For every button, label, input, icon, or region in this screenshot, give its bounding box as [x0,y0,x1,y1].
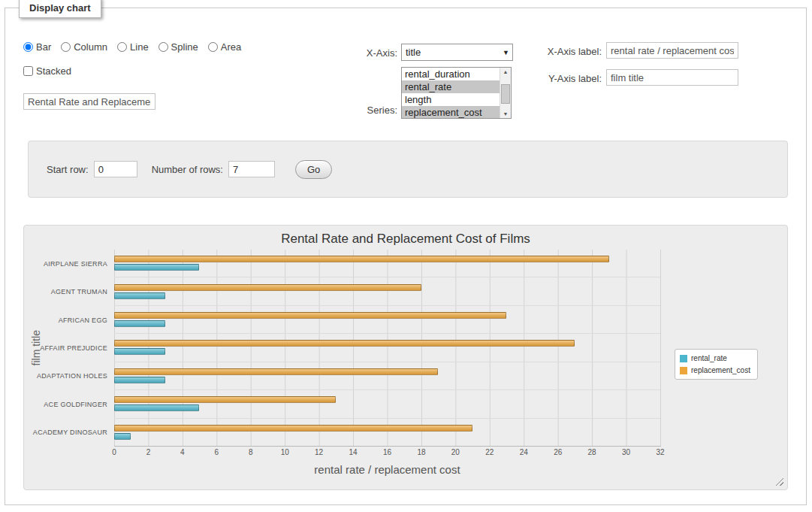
chart-type-bar-radio[interactable] [23,42,33,52]
series-option[interactable]: rental_rate [402,80,500,93]
category-label: ACADEMY DINOSAUR [24,419,114,447]
chart-type-line-label: Line [130,41,149,53]
bar-rental_rate[interactable] [114,264,199,271]
bar-replacement_cost[interactable] [114,312,506,319]
series-option[interactable]: replacement_cost [402,106,500,118]
bar-group [114,418,660,446]
category-label: ADAPTATION HOLES [24,362,114,390]
resize-handle-icon[interactable] [775,477,783,486]
x-axis-select[interactable]: title ▼ [401,44,513,61]
series-option[interactable]: rental_duration [402,68,500,80]
legend-label: rental_rate [691,354,727,362]
bar-group [114,305,660,333]
chart-type-group: Bar Column Line Spline Area [23,41,241,53]
bar-replacement_cost[interactable] [114,425,472,432]
legend-swatch [680,367,687,374]
chart-panel: Rental Rate and Replacement Cost of Film… [23,225,788,490]
series-listbox[interactable]: rental_durationrental_ratelengthreplacem… [401,67,512,119]
chart-type-spline[interactable]: Spline [158,41,198,53]
chart-type-column[interactable]: Column [61,41,107,53]
bar-rental_rate[interactable] [114,320,165,327]
chart-type-bar[interactable]: Bar [23,41,51,53]
chart-type-line[interactable]: Line [117,41,149,53]
x-tick-label: 24 [520,448,528,456]
bar-group [114,333,660,361]
chart-type-column-radio[interactable] [61,42,71,52]
legend-swatch [680,355,687,362]
num-rows-label: Number of rows: [152,164,223,175]
x-tick-label: 6 [215,448,219,456]
fieldset-legend: Display chart [19,0,101,18]
x-tick-label: 26 [554,448,562,456]
bar-replacement_cost[interactable] [114,396,336,403]
chart-type-column-label: Column [74,41,107,53]
x-tick-label: 8 [249,448,253,456]
legend-item[interactable]: replacement_cost [680,366,750,374]
stacked-checkbox[interactable] [23,66,33,76]
stacked-option[interactable]: Stacked [23,65,71,77]
x-tick-label: 10 [281,448,289,456]
x-tick-label: 2 [146,448,151,456]
x-axis-label-label: X-Axis label: [513,46,602,57]
chart-type-area-label: Area [221,41,241,53]
chart-body: AIRPLANE SIERRAAGENT TRUMANAFRICAN EGGAF… [24,250,661,447]
start-row-input[interactable] [94,161,137,177]
series-listbox-label: Series: [313,105,397,116]
chart-type-bar-label: Bar [36,41,51,53]
category-label: ACE GOLDFINGER [24,390,114,418]
y-axis-label-label: Y-Axis label: [513,73,602,84]
bar-replacement_cost[interactable] [114,284,421,291]
listbox-scrollbar[interactable]: ▲ ▼ [500,68,511,118]
chart-type-line-radio[interactable] [117,42,127,52]
chart-title-input[interactable] [23,93,155,110]
bar-rental_rate[interactable] [114,404,199,411]
x-tick-label: 16 [383,448,391,456]
category-label: AGENT TRUMAN [24,277,114,305]
bar-group [114,389,660,417]
stacked-label: Stacked [36,65,71,77]
series-option[interactable]: length [402,93,500,106]
x-tick-label: 4 [180,448,185,456]
rows-panel: Start row: Number of rows: Go [28,141,788,198]
y-axis-label-input[interactable] [606,69,738,86]
x-axis-label-input[interactable] [606,42,738,59]
x-tick-label: 20 [451,448,460,456]
chart-type-area[interactable]: Area [208,41,241,53]
scroll-up-icon[interactable]: ▲ [500,69,511,74]
chart-type-spline-radio[interactable] [158,42,168,52]
bar-replacement_cost[interactable] [114,368,438,375]
legend-label: replacement_cost [691,366,750,374]
legend-item[interactable]: rental_rate [680,354,750,362]
bar-group [114,362,660,389]
bar-rental_rate[interactable] [114,433,131,440]
category-label: AIRPLANE SIERRA [24,250,114,277]
category-label: AFRICAN EGG [24,306,114,334]
series-options: rental_durationrental_ratelengthreplacem… [402,68,500,118]
x-tick-label: 22 [485,448,494,456]
bar-replacement_cost[interactable] [114,340,575,347]
chart-type-area-radio[interactable] [208,42,218,52]
bar-rental_rate[interactable] [114,377,165,383]
bar-group [114,277,660,304]
x-tick-label: 18 [417,448,425,456]
scrollbar-thumb[interactable] [501,84,510,104]
display-chart-fieldset: Display chart Bar Column Line Spline Are… [5,8,807,505]
bar-rental_rate[interactable] [114,348,165,355]
x-axis-select-label: X-Axis: [313,47,397,59]
category-label: AFFAIR PREJUDICE [24,334,114,362]
x-tick-label: 28 [588,448,596,456]
x-tick-label: 12 [315,448,323,456]
x-tick-label: 32 [656,448,664,456]
num-rows-input[interactable] [228,161,275,177]
bar-replacement_cost[interactable] [114,256,609,262]
chevron-down-icon: ▼ [500,49,512,56]
start-row-label: Start row: [47,164,89,175]
scroll-down-icon[interactable]: ▼ [500,111,511,117]
chart-type-spline-label: Spline [171,41,198,53]
x-axis-ticks: 02468101214161820222426283032 [114,448,660,457]
x-axis-selected-value: title [402,47,500,58]
bar-group [114,250,660,277]
bar-rental_rate[interactable] [114,292,165,299]
go-button[interactable]: Go [295,160,332,179]
x-tick-label: 0 [112,448,116,456]
